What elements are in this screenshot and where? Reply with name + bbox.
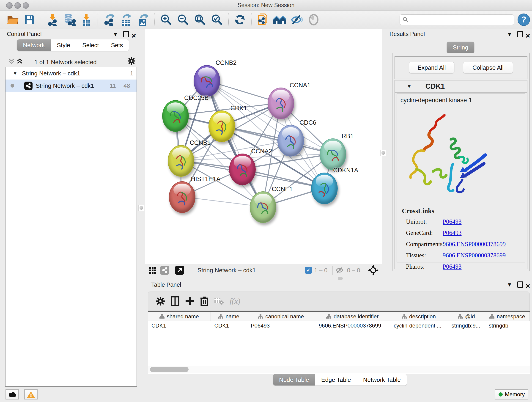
string-style-icon[interactable]	[160, 266, 169, 275]
column-header[interactable]: namespace	[485, 312, 530, 321]
tab-network-table[interactable]: Network Table	[357, 374, 407, 385]
network-node-cdc25b[interactable]	[162, 100, 189, 132]
crosslink-link[interactable]: P06493	[443, 263, 506, 270]
export-network-button[interactable]	[101, 12, 118, 28]
current-network-indicator	[11, 84, 14, 88]
open-session-button[interactable]	[4, 12, 21, 28]
memory-button[interactable]: Memory	[495, 389, 528, 400]
table-options-gear-icon[interactable]	[153, 294, 168, 308]
control-panel-collapse-icon[interactable]: ▼	[113, 32, 118, 37]
tab-network[interactable]: Network	[17, 39, 51, 51]
table-horizontal-scrollbar[interactable]	[148, 366, 530, 373]
grid-view-icon[interactable]	[149, 266, 157, 274]
help-button[interactable]: ?	[517, 13, 530, 26]
network-row[interactable]: String Network – cdk1 11 48	[6, 80, 137, 92]
bottom-splitter-handle[interactable]	[338, 277, 343, 280]
crosslink-link[interactable]: 9606.ENSP00000378699	[443, 241, 506, 248]
control-panel-tabs: Network Style Select Sets	[17, 39, 129, 51]
node-label: CCNB2	[215, 59, 237, 66]
export-image-button[interactable]	[135, 12, 152, 28]
import-table-file-button[interactable]	[78, 12, 95, 28]
expand-all-networks-icon[interactable]	[17, 58, 23, 65]
scrollbar-thumb[interactable]	[150, 367, 189, 372]
network-node-cdkn1a[interactable]	[311, 172, 338, 204]
network-node-ccnb2[interactable]	[194, 65, 220, 97]
entry-expander-icon[interactable]: ▼	[407, 83, 412, 89]
save-session-button[interactable]	[21, 12, 38, 28]
results-panel-collapse-icon[interactable]: ▼	[507, 32, 512, 37]
right-splitter-handle[interactable]	[380, 150, 386, 156]
collapse-all-networks-icon[interactable]	[8, 58, 15, 65]
network-edge[interactable]	[206, 80, 263, 207]
delete-table-icon[interactable]	[212, 294, 226, 308]
results-panel-close-icon[interactable]: ×	[526, 33, 530, 38]
search-input[interactable]	[411, 16, 511, 23]
expand-all-button[interactable]: Expand All	[409, 62, 454, 73]
collection-expander-icon[interactable]: ▼	[13, 71, 17, 76]
show-all-button[interactable]	[305, 12, 322, 28]
node-table[interactable]: shared name name canonical name database…	[148, 311, 530, 374]
network-node-hist1h1a[interactable]	[169, 181, 196, 213]
table-panel-collapse-icon[interactable]: ▼	[507, 282, 512, 287]
memory-label: Memory	[505, 391, 525, 398]
network-node-ccna2[interactable]	[229, 153, 256, 185]
table-panel-tabs: Node Table Edge Table Network Table	[273, 374, 407, 385]
control-panel-float-icon[interactable]	[123, 31, 129, 37]
network-node-ccne1[interactable]	[250, 191, 276, 223]
zoom-selected-button[interactable]	[209, 12, 225, 28]
gene-entry-header[interactable]: ▼ CDK1	[395, 80, 527, 93]
selected-nodes-checkbox[interactable]: ✓	[305, 267, 312, 274]
table-panel-float-icon[interactable]	[517, 281, 523, 288]
control-panel-close-icon[interactable]: ×	[132, 33, 136, 38]
hide-selected-button[interactable]	[288, 12, 305, 28]
column-header[interactable]: shared name	[148, 312, 211, 321]
tab-style[interactable]: Style	[51, 39, 76, 51]
network-collection-row[interactable]: ▼ String Network – cdk1 1	[6, 67, 137, 80]
new-network-from-selection-button[interactable]	[254, 12, 271, 28]
pan-crosshair-icon[interactable]	[368, 265, 379, 275]
network-canvas[interactable]: CCNB2CCNA1CDC25BCDK1CDC6RB1CCNB1CCNA2CDK…	[145, 29, 382, 264]
add-column-icon[interactable]	[182, 294, 197, 308]
birds-eye-view-icon[interactable]	[175, 266, 184, 275]
tab-string[interactable]: String	[447, 42, 474, 53]
cloud-services-button[interactable]	[6, 389, 19, 400]
crosslink-link[interactable]: P06493	[443, 230, 506, 236]
export-table-button[interactable]	[118, 12, 135, 28]
tab-select[interactable]: Select	[76, 39, 105, 51]
search-box[interactable]	[399, 14, 514, 25]
table-row[interactable]: CDK1 CDK1 P06493 9606.ENSP00000378699 cy…	[148, 321, 530, 330]
results-panel-float-icon[interactable]	[517, 31, 523, 37]
table-panel-close-icon[interactable]: ×	[526, 283, 530, 289]
network-node-cdk1[interactable]	[209, 110, 235, 142]
column-header[interactable]: description	[390, 312, 448, 321]
column-header[interactable]: canonical name	[247, 312, 315, 321]
tab-edge-table[interactable]: Edge Table	[315, 374, 357, 385]
delete-column-icon[interactable]	[197, 294, 212, 308]
select-columns-icon[interactable]	[168, 294, 182, 308]
left-splitter-handle[interactable]	[138, 205, 144, 211]
window-title: Session: New Session	[0, 2, 532, 8]
crosslink-link[interactable]: 9606.ENSP00000378699	[443, 252, 506, 259]
function-builder-icon[interactable]: f(x)	[230, 297, 240, 306]
network-node-rb1[interactable]	[320, 138, 346, 170]
network-node-cdc6[interactable]	[278, 125, 304, 157]
collapse-all-button[interactable]: Collapse All	[463, 62, 513, 73]
first-neighbors-button[interactable]	[271, 12, 288, 28]
network-node-ccnb1[interactable]	[168, 145, 194, 177]
zoom-in-button[interactable]	[158, 12, 175, 28]
zoom-fit-content-button[interactable]	[191, 12, 209, 28]
import-network-file-button[interactable]	[44, 12, 61, 28]
tab-sets[interactable]: Sets	[105, 39, 129, 51]
zoom-out-button[interactable]	[175, 12, 191, 28]
refresh-view-button[interactable]	[231, 12, 248, 28]
protein-thumbnail	[173, 187, 190, 207]
warnings-button[interactable]	[24, 389, 38, 400]
import-network-database-button[interactable]	[61, 12, 78, 28]
network-options-gear-icon[interactable]	[127, 57, 136, 65]
column-header[interactable]: @id	[448, 312, 485, 321]
tab-node-table[interactable]: Node Table	[273, 374, 315, 385]
column-header[interactable]: database identifier	[315, 312, 390, 321]
network-node-ccna1[interactable]	[268, 88, 294, 119]
column-header[interactable]: name	[211, 312, 247, 321]
crosslink-link[interactable]: P06493	[443, 218, 506, 225]
